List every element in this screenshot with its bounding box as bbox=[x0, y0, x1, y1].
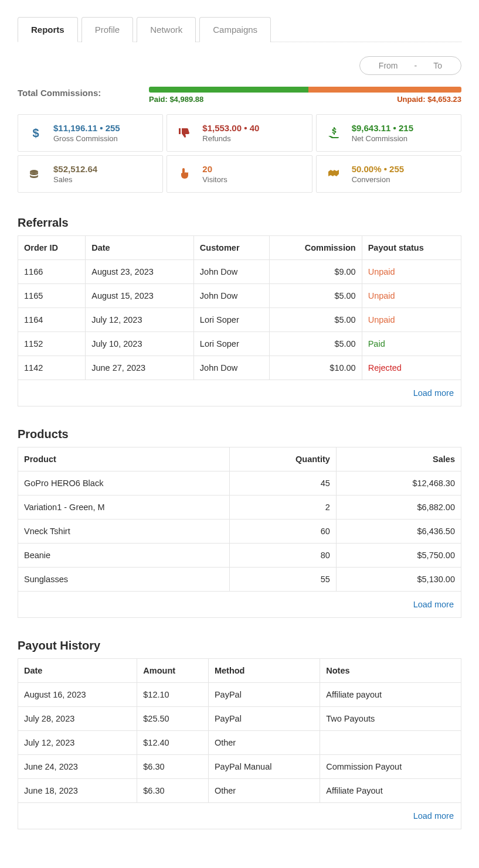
stat-value: $11,196.11 • 255 bbox=[53, 123, 154, 133]
cell-customer: John Dow bbox=[193, 356, 269, 380]
load-more-link[interactable]: Load more bbox=[413, 600, 454, 609]
stat-card: 50.00% • 255Conversion bbox=[316, 155, 461, 193]
status-badge: Paid bbox=[368, 339, 385, 348]
column-header: Product bbox=[18, 447, 230, 471]
cell-notes: Affiliate Payout bbox=[320, 779, 461, 803]
cell-customer: John Dow bbox=[193, 284, 269, 308]
table-row[interactable]: 1164July 12, 2023Lori Soper$5.00Unpaid bbox=[18, 308, 461, 332]
products-section: Products ProductQuantitySales GoPro HERO… bbox=[18, 428, 461, 618]
products-table: ProductQuantitySales GoPro HERO6 Black45… bbox=[18, 447, 461, 618]
tabs: ReportsProfileNetworkCampaigns bbox=[18, 16, 461, 42]
payouts-section: Payout History DateAmountMethodNotes Aug… bbox=[18, 639, 461, 829]
column-header: Method bbox=[208, 659, 320, 683]
cell-product: Beanie bbox=[18, 544, 230, 568]
date-range-row: From - To bbox=[18, 56, 461, 75]
stat-card: $11,196.11 • 255Gross Commission bbox=[18, 114, 163, 152]
total-commissions-label: Total Commissions: bbox=[18, 87, 135, 98]
stat-value: $52,512.64 bbox=[53, 164, 154, 174]
cell-date: June 27, 2023 bbox=[86, 356, 194, 380]
stat-label: Refunds bbox=[202, 134, 303, 143]
cell-commission: $5.00 bbox=[270, 332, 362, 356]
thumbs-down-icon bbox=[175, 124, 194, 142]
stats-grid: $11,196.11 • 255Gross Commission$1,553.0… bbox=[18, 114, 461, 193]
column-header: Date bbox=[18, 659, 137, 683]
cell-sales: $6,882.00 bbox=[336, 495, 461, 520]
payouts-table: DateAmountMethodNotes August 16, 2023$12… bbox=[18, 658, 461, 829]
tab-network[interactable]: Network bbox=[137, 17, 196, 42]
cell-notes: Affiliate payout bbox=[320, 683, 461, 707]
commission-bar: Paid: $4,989.88 Unpaid: $4,653.23 bbox=[149, 87, 461, 104]
cell-date: July 28, 2023 bbox=[18, 707, 137, 731]
cell-quantity: 45 bbox=[230, 471, 337, 495]
tab-reports[interactable]: Reports bbox=[18, 17, 78, 42]
table-row[interactable]: July 28, 2023$25.50PayPalTwo Payouts bbox=[18, 707, 461, 731]
column-header: Payout status bbox=[362, 236, 461, 260]
cell-amount: $12.10 bbox=[137, 683, 209, 707]
table-row[interactable]: Beanie80$5,750.00 bbox=[18, 544, 461, 568]
cell-method: PayPal bbox=[208, 683, 320, 707]
bar-unpaid-segment bbox=[308, 87, 461, 93]
table-row[interactable]: 1142June 27, 2023John Dow$10.00Rejected bbox=[18, 356, 461, 380]
table-row[interactable]: 1165August 15, 2023John Dow$5.00Unpaid bbox=[18, 284, 461, 308]
table-row[interactable]: June 24, 2023$6.30PayPal ManualCommissio… bbox=[18, 755, 461, 779]
column-header: Amount bbox=[137, 659, 209, 683]
cell-status: Unpaid bbox=[362, 308, 461, 332]
cell-notes: Commission Payout bbox=[320, 755, 461, 779]
stat-card: 20Visitors bbox=[167, 155, 312, 193]
cell-product: Vneck Tshirt bbox=[18, 520, 230, 544]
table-row[interactable]: June 18, 2023$6.30OtherAffiliate Payout bbox=[18, 779, 461, 803]
handshake-icon bbox=[325, 165, 344, 183]
cell-status: Unpaid bbox=[362, 260, 461, 284]
date-range-picker[interactable]: From - To bbox=[359, 56, 461, 75]
cell-customer: Lori Soper bbox=[193, 332, 269, 356]
cell-commission: $9.00 bbox=[270, 260, 362, 284]
cell-method: PayPal bbox=[208, 707, 320, 731]
payouts-title: Payout History bbox=[18, 639, 461, 652]
cell-customer: John Dow bbox=[193, 260, 269, 284]
table-row[interactable]: GoPro HERO6 Black45$12,468.30 bbox=[18, 471, 461, 495]
cell-order-id: 1142 bbox=[18, 356, 86, 380]
date-sep: - bbox=[415, 61, 417, 70]
table-row[interactable]: Variation1 - Green, M2$6,882.00 bbox=[18, 495, 461, 520]
cell-method: Other bbox=[208, 731, 320, 755]
table-row[interactable]: 1166August 23, 2023John Dow$9.00Unpaid bbox=[18, 260, 461, 284]
date-to-label: To bbox=[433, 61, 442, 70]
table-row[interactable]: Sunglasses55$5,130.00 bbox=[18, 568, 461, 592]
referrals-table: Order IDDateCustomerCommissionPayout sta… bbox=[18, 235, 461, 406]
cell-amount: $6.30 bbox=[137, 779, 209, 803]
stat-value: 50.00% • 255 bbox=[352, 164, 453, 174]
cell-date: August 16, 2023 bbox=[18, 683, 137, 707]
load-more-link[interactable]: Load more bbox=[413, 811, 454, 821]
cell-amount: $25.50 bbox=[137, 707, 209, 731]
tab-profile[interactable]: Profile bbox=[81, 17, 134, 42]
cell-sales: $5,130.00 bbox=[336, 568, 461, 592]
cell-method: PayPal Manual bbox=[208, 755, 320, 779]
column-header: Sales bbox=[336, 447, 461, 471]
status-badge: Unpaid bbox=[368, 291, 395, 300]
tab-campaigns[interactable]: Campaigns bbox=[199, 17, 271, 42]
cell-date: June 24, 2023 bbox=[18, 755, 137, 779]
unpaid-amount-label: Unpaid: $4,653.23 bbox=[397, 95, 461, 104]
referrals-title: Referrals bbox=[18, 216, 461, 230]
load-more-link[interactable]: Load more bbox=[413, 388, 454, 398]
dollar-icon bbox=[26, 124, 45, 142]
table-row[interactable]: 1152July 10, 2023Lori Soper$5.00Paid bbox=[18, 332, 461, 356]
cell-commission: $10.00 bbox=[270, 356, 362, 380]
referrals-section: Referrals Order IDDateCustomerCommission… bbox=[18, 216, 461, 406]
cell-status: Rejected bbox=[362, 356, 461, 380]
date-from-label: From bbox=[379, 61, 398, 70]
table-row[interactable]: Vneck Tshirt60$6,436.50 bbox=[18, 520, 461, 544]
cell-order-id: 1165 bbox=[18, 284, 86, 308]
table-row[interactable]: August 16, 2023$12.10PayPalAffiliate pay… bbox=[18, 683, 461, 707]
cell-sales: $12,468.30 bbox=[336, 471, 461, 495]
stat-label: Sales bbox=[53, 175, 154, 184]
stat-card: $52,512.64Sales bbox=[18, 155, 163, 193]
stat-label: Net Commission bbox=[352, 134, 453, 143]
column-header: Customer bbox=[193, 236, 269, 260]
total-commissions: Total Commissions: Paid: $4,989.88 Unpai… bbox=[18, 87, 461, 104]
stat-value: $1,553.00 • 40 bbox=[202, 123, 303, 133]
column-header: Notes bbox=[320, 659, 461, 683]
table-row[interactable]: July 12, 2023$12.40Other bbox=[18, 731, 461, 755]
cell-order-id: 1166 bbox=[18, 260, 86, 284]
cell-date: August 23, 2023 bbox=[86, 260, 194, 284]
